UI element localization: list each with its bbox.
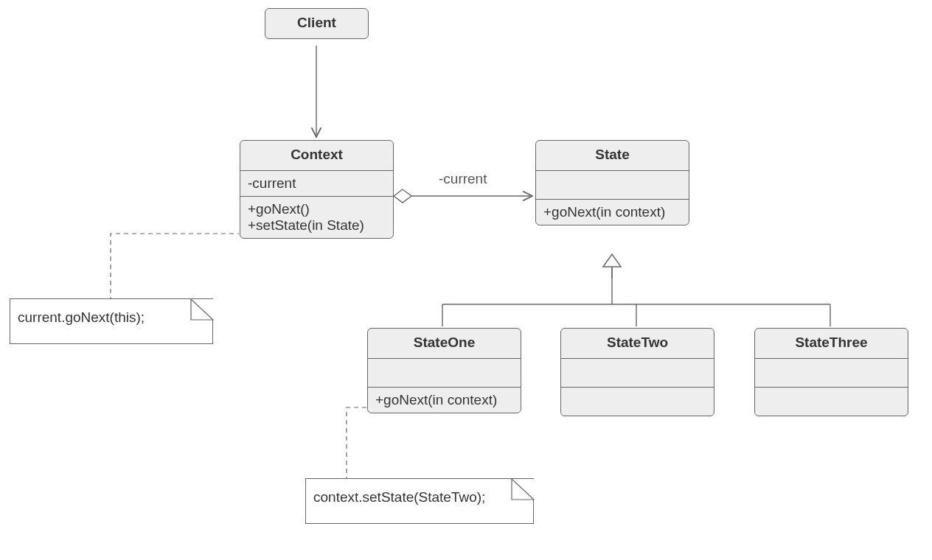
class-state: State +goNext(in context) — [535, 140, 689, 225]
class-stateone-ops: +goNext(in context) — [368, 388, 521, 413]
class-client: Client — [265, 8, 369, 39]
svg-marker-9 — [512, 479, 535, 500]
edge-label-current: -current — [439, 171, 487, 187]
note-2: context.setState(StateTwo); — [305, 478, 534, 524]
diagram-canvas: Client Context -current +goNext() +setSt… — [0, 0, 932, 560]
class-context-attrs: -current — [240, 171, 393, 197]
connectors — [0, 0, 932, 560]
class-stateone-attrs — [368, 359, 521, 388]
op: +goNext() — [248, 201, 386, 217]
class-statethree-ops — [755, 388, 908, 416]
class-state-name: State — [536, 141, 689, 171]
edge-generalization — [442, 254, 830, 326]
svg-marker-7 — [191, 299, 214, 320]
edge-context-state — [394, 189, 532, 203]
class-context-name: Context — [240, 141, 393, 171]
attr: -current — [248, 175, 386, 192]
class-statetwo-attrs — [561, 359, 714, 388]
class-stateone-name: StateOne — [368, 329, 521, 359]
class-state-attrs — [536, 171, 689, 200]
class-state-ops: +goNext(in context) — [536, 200, 689, 225]
op: +goNext(in context) — [375, 392, 513, 408]
class-context: Context -current +goNext() +setState(in … — [240, 140, 394, 239]
class-client-name: Client — [265, 9, 368, 38]
note-1: current.goNext(this); — [10, 298, 213, 344]
note-2-text: context.setState(StateTwo); — [313, 489, 485, 505]
class-statethree: StateThree — [754, 328, 908, 416]
class-statetwo-ops — [561, 388, 714, 416]
op: +goNext(in context) — [543, 204, 681, 220]
svg-line-10 — [512, 479, 534, 500]
svg-line-8 — [191, 299, 213, 320]
op: +setState(in State) — [248, 217, 386, 234]
class-statethree-name: StateThree — [755, 329, 908, 359]
class-stateone: StateOne +goNext(in context) — [367, 328, 521, 413]
class-statetwo: StateTwo — [560, 328, 714, 416]
class-statethree-attrs — [755, 359, 908, 388]
class-context-ops: +goNext() +setState(in State) — [240, 197, 393, 238]
class-statetwo-name: StateTwo — [561, 329, 714, 359]
note-1-text: current.goNext(this); — [18, 309, 145, 325]
